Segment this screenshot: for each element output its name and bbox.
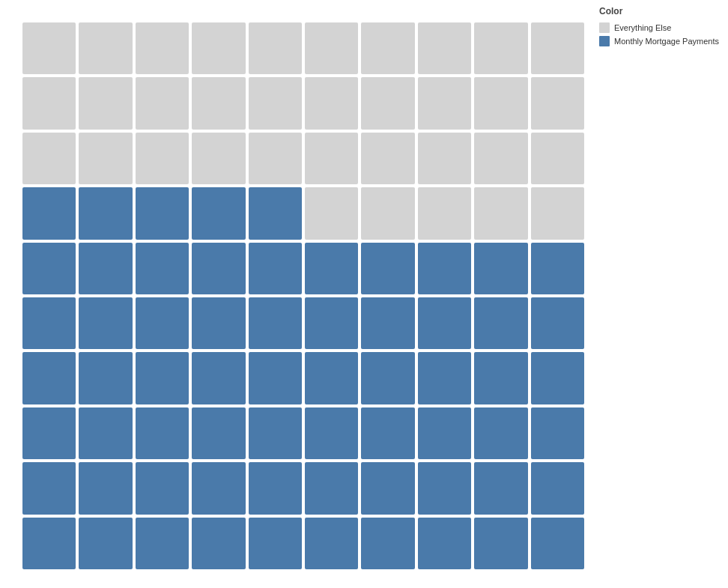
waffle-cell-80	[22, 462, 76, 514]
waffle-cell-52	[136, 297, 189, 349]
waffle-cell-61	[79, 352, 132, 404]
waffle-cell-17	[418, 77, 471, 129]
mortgage-label: Monthly Mortgage Payments	[614, 37, 719, 46]
waffle-cell-47	[418, 243, 471, 294]
waffle-cell-58	[474, 297, 527, 349]
waffle-cell-28	[474, 133, 527, 184]
waffle-cell-29	[531, 133, 584, 184]
waffle-cell-9	[531, 22, 584, 74]
waffle-cell-79	[531, 407, 584, 459]
waffle-cell-56	[361, 297, 414, 349]
waffle-cell-42	[136, 243, 189, 294]
waffle-cell-7	[418, 22, 471, 74]
waffle-cell-48	[474, 243, 527, 294]
waffle-cell-92	[136, 518, 189, 569]
waffle-cell-91	[79, 518, 132, 569]
waffle-cell-90	[22, 518, 76, 569]
waffle-cell-51	[79, 297, 132, 349]
waffle-cell-89	[531, 462, 584, 514]
waffle-cell-31	[79, 187, 132, 239]
waffle-cell-55	[305, 297, 358, 349]
waffle-cell-37	[418, 187, 471, 239]
waffle-cell-64	[249, 352, 302, 404]
waffle-cell-84	[249, 462, 302, 514]
waffle-cell-85	[305, 462, 358, 514]
waffle-cell-39	[531, 187, 584, 239]
waffle-cell-33	[192, 187, 245, 239]
waffle-cell-96	[361, 518, 414, 569]
waffle-cell-26	[361, 133, 414, 184]
waffle-cell-11	[79, 77, 132, 129]
waffle-cell-95	[305, 518, 358, 569]
waffle-cell-24	[249, 133, 302, 184]
chart-legend: Color Everything Else Monthly Mortgage P…	[599, 6, 719, 46]
waffle-cell-82	[136, 462, 189, 514]
waffle-cell-46	[361, 243, 414, 294]
waffle-cell-67	[418, 352, 471, 404]
waffle-grid	[22, 22, 584, 569]
legend-item-everything-else: Everything Else	[599, 22, 719, 33]
waffle-cell-41	[79, 243, 132, 294]
waffle-cell-73	[192, 407, 245, 459]
waffle-cell-76	[361, 407, 414, 459]
waffle-cell-32	[136, 187, 189, 239]
everything-else-label: Everything Else	[614, 23, 671, 32]
waffle-cell-94	[249, 518, 302, 569]
waffle-cell-74	[249, 407, 302, 459]
waffle-cell-4	[249, 22, 302, 74]
waffle-cell-3	[192, 22, 245, 74]
mortgage-swatch	[599, 36, 610, 46]
waffle-cell-71	[79, 407, 132, 459]
waffle-cell-23	[192, 133, 245, 184]
waffle-cell-66	[361, 352, 414, 404]
waffle-cell-36	[361, 187, 414, 239]
waffle-cell-16	[361, 77, 414, 129]
waffle-cell-59	[531, 297, 584, 349]
waffle-cell-53	[192, 297, 245, 349]
waffle-cell-75	[305, 407, 358, 459]
waffle-cell-77	[418, 407, 471, 459]
waffle-cell-20	[22, 133, 76, 184]
waffle-cell-15	[305, 77, 358, 129]
waffle-cell-50	[22, 297, 76, 349]
waffle-chart	[22, 22, 584, 569]
waffle-cell-27	[418, 133, 471, 184]
waffle-cell-38	[474, 187, 527, 239]
waffle-cell-49	[531, 243, 584, 294]
waffle-cell-72	[136, 407, 189, 459]
waffle-cell-44	[249, 243, 302, 294]
legend-item-mortgage: Monthly Mortgage Payments	[599, 36, 719, 46]
waffle-cell-57	[418, 297, 471, 349]
waffle-cell-97	[418, 518, 471, 569]
waffle-cell-2	[136, 22, 189, 74]
waffle-cell-14	[249, 77, 302, 129]
waffle-cell-98	[474, 518, 527, 569]
waffle-cell-30	[22, 187, 76, 239]
waffle-cell-99	[531, 518, 584, 569]
waffle-cell-5	[305, 22, 358, 74]
waffle-cell-43	[192, 243, 245, 294]
waffle-cell-93	[192, 518, 245, 569]
waffle-cell-87	[418, 462, 471, 514]
waffle-cell-40	[22, 243, 76, 294]
waffle-cell-86	[361, 462, 414, 514]
waffle-cell-0	[22, 22, 76, 74]
waffle-cell-45	[305, 243, 358, 294]
waffle-cell-62	[136, 352, 189, 404]
waffle-cell-88	[474, 462, 527, 514]
waffle-cell-8	[474, 22, 527, 74]
waffle-cell-60	[22, 352, 76, 404]
waffle-cell-25	[305, 133, 358, 184]
waffle-cell-63	[192, 352, 245, 404]
waffle-cell-70	[22, 407, 76, 459]
waffle-cell-65	[305, 352, 358, 404]
waffle-cell-34	[249, 187, 302, 239]
waffle-cell-6	[361, 22, 414, 74]
waffle-cell-54	[249, 297, 302, 349]
waffle-cell-21	[79, 133, 132, 184]
waffle-cell-1	[79, 22, 132, 74]
waffle-cell-19	[531, 77, 584, 129]
waffle-cell-81	[79, 462, 132, 514]
waffle-cell-12	[136, 77, 189, 129]
waffle-cell-69	[531, 352, 584, 404]
